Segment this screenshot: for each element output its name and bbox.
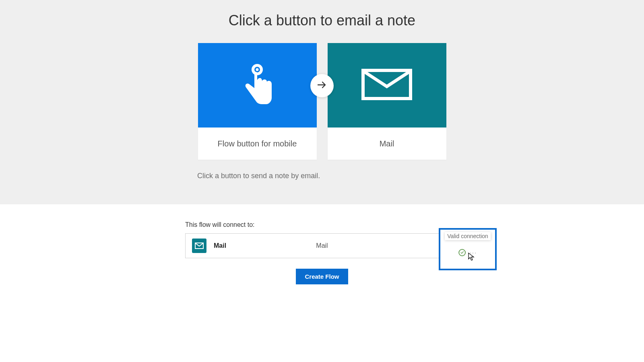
tile-flow-button[interactable]: Flow button for mobile — [198, 43, 317, 160]
tile-mail[interactable]: Mail — [328, 43, 446, 160]
tile-mail-icon-area — [328, 43, 446, 128]
tile-mail-label: Mail — [328, 128, 446, 160]
connections-section: This flow will connect to: Mail Mail Val… — [0, 204, 644, 284]
hero-inner: Click a button to email a note Flow butt… — [197, 12, 447, 180]
arrow-connector — [310, 74, 334, 97]
touch-icon — [241, 62, 273, 108]
hero-section: Click a button to email a note Flow butt… — [0, 0, 644, 204]
connections-heading: This flow will connect to: — [185, 221, 459, 228]
checkmark-icon — [458, 249, 466, 256]
tooltip-valid-connection: Valid connection — [445, 232, 491, 240]
mail-connector-icon — [192, 239, 206, 253]
connection-type: Mail — [316, 242, 328, 249]
tile-flow-button-label: Flow button for mobile — [198, 128, 317, 160]
connection-name: Mail — [214, 242, 226, 249]
connection-row-mail[interactable]: Mail Mail — [185, 233, 459, 258]
create-flow-button[interactable]: Create Flow — [296, 269, 348, 284]
arrow-right-icon — [317, 80, 327, 92]
tiles-row: Flow button for mobile — [197, 43, 447, 160]
envelope-icon — [361, 66, 413, 104]
hero-description: Click a button to send a note by email. — [197, 172, 447, 180]
svg-point-2 — [256, 68, 259, 71]
connection-row-wrap: Mail Mail Valid connection ··· — [185, 233, 459, 258]
connection-status-callout: Valid connection ··· — [439, 228, 497, 270]
tile-flow-button-icon-area — [198, 43, 317, 128]
connections-inner: This flow will connect to: Mail Mail Val… — [185, 221, 459, 284]
cursor-icon — [468, 252, 475, 263]
page-title: Click a button to email a note — [197, 12, 447, 29]
